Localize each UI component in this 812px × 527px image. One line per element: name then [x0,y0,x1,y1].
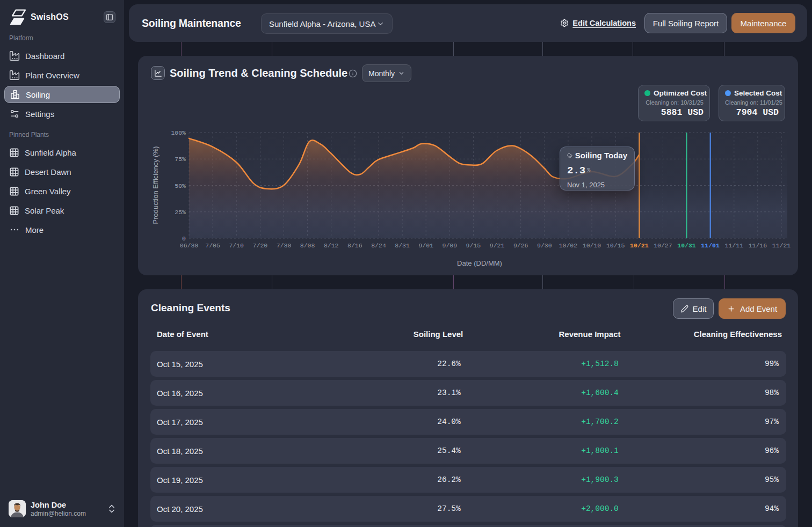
svg-text:10/21: 10/21 [630,242,649,249]
svg-text:7/20: 7/20 [253,242,268,249]
svg-text:10/02: 10/02 [559,242,578,249]
svg-text:7/30: 7/30 [277,242,292,249]
svg-text:11/16: 11/16 [749,242,767,249]
svg-text:9/26: 9/26 [513,242,528,249]
svg-text:Date (DD/MM): Date (DD/MM) [457,259,502,267]
svg-text:25%: 25% [175,209,186,216]
svg-text:10/15: 10/15 [606,242,625,249]
svg-text:10/10: 10/10 [583,242,601,249]
svg-text:9/21: 9/21 [490,242,505,249]
svg-text:8/12: 8/12 [324,242,339,249]
svg-text:11/21: 11/21 [772,242,791,249]
svg-text:11/01: 11/01 [701,242,720,249]
svg-text:50%: 50% [175,182,186,189]
svg-text:11/11: 11/11 [725,242,744,249]
svg-text:7/10: 7/10 [229,242,244,249]
svg-text:75%: 75% [175,156,186,163]
svg-text:9/01: 9/01 [418,242,433,249]
svg-text:100%: 100% [171,129,186,136]
svg-text:7/05: 7/05 [205,242,220,249]
svg-text:8/16: 8/16 [347,242,363,249]
svg-text:06/30: 06/30 [180,242,199,249]
svg-text:10/27: 10/27 [654,242,672,249]
svg-text:8/08: 8/08 [300,242,315,249]
svg-text:0: 0 [182,235,186,242]
svg-text:8/31: 8/31 [395,242,410,249]
svg-text:9/09: 9/09 [442,242,457,249]
svg-text:Production Efficiency (%): Production Efficiency (%) [151,147,160,224]
svg-text:9/30: 9/30 [537,242,552,249]
svg-text:9/15: 9/15 [466,242,481,249]
svg-text:10/31: 10/31 [677,242,696,249]
svg-text:8/24: 8/24 [371,242,386,249]
